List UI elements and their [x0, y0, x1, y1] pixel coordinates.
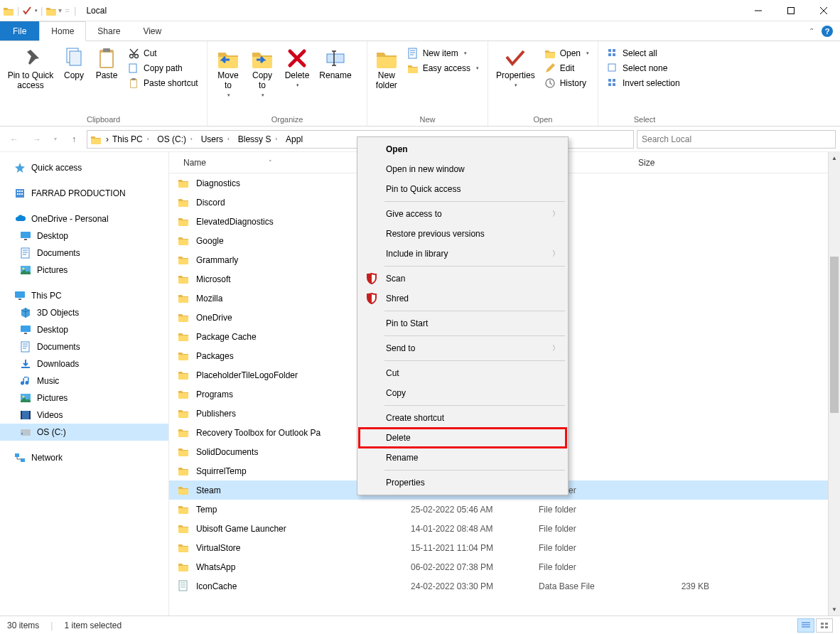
- crumb-appdata[interactable]: Appl: [284, 134, 305, 144]
- nav-network[interactable]: Network: [0, 449, 168, 466]
- menu-item-pin-to-quick-access[interactable]: Pin to Quick access: [359, 179, 566, 199]
- menu-item-properties[interactable]: Properties: [359, 473, 566, 493]
- nav-od-documents[interactable]: Documents: [0, 245, 168, 262]
- paste-button[interactable]: Paste: [91, 44, 122, 81]
- file-tab[interactable]: File: [0, 21, 39, 41]
- select-all-button[interactable]: Select all: [603, 47, 684, 60]
- shield-icon: [366, 273, 377, 284]
- menu-item-label: Open in new window: [386, 164, 465, 174]
- large-icons-view-button[interactable]: [816, 618, 833, 633]
- nav-music[interactable]: Music: [0, 372, 168, 389]
- nav-documents[interactable]: Documents: [0, 338, 168, 355]
- properties-button[interactable]: Properties▾: [492, 44, 539, 88]
- menu-item-label: Restore previous versions: [386, 229, 485, 239]
- menu-item-open[interactable]: Open: [359, 139, 566, 159]
- menu-item-shred[interactable]: Shred: [359, 289, 566, 308]
- select-none-button[interactable]: Select none: [603, 62, 684, 75]
- nav-od-pictures[interactable]: Pictures: [0, 262, 168, 279]
- qat-dropdown[interactable]: ▾: [35, 8, 38, 14]
- col-size[interactable]: Size: [632, 158, 704, 168]
- menu-item-create-shortcut[interactable]: Create shortcut: [359, 408, 566, 428]
- menu-separator: [384, 266, 565, 267]
- nav-od-desktop[interactable]: Desktop: [0, 227, 168, 245]
- search-input[interactable]: Search Local: [637, 130, 836, 149]
- back-button[interactable]: ←: [4, 129, 24, 149]
- move-to-button[interactable]: Move to▾: [212, 44, 244, 98]
- menu-item-open-in-new-window[interactable]: Open in new window: [359, 159, 566, 179]
- help-icon[interactable]: ?: [822, 26, 833, 37]
- scroll-up-icon[interactable]: ▲: [829, 152, 840, 164]
- submenu-arrow-icon: 〉: [552, 209, 559, 219]
- scroll-thumb[interactable]: [830, 257, 839, 413]
- tab-home[interactable]: Home: [39, 21, 86, 41]
- file-row[interactable]: IconCache24-02-2022 03:30 PMData Base Fi…: [169, 576, 840, 596]
- open-button[interactable]: Open▾: [540, 47, 593, 60]
- menu-item-scan[interactable]: Scan: [359, 269, 566, 289]
- history-button[interactable]: History: [540, 77, 593, 90]
- menu-item-give-access-to[interactable]: Give access to〉: [359, 204, 566, 224]
- edit-button[interactable]: Edit: [540, 62, 593, 75]
- forward-button[interactable]: →: [27, 129, 47, 149]
- nav-os-c[interactable]: OS (C:): [0, 424, 168, 441]
- easy-access-button[interactable]: Easy access▾: [403, 62, 483, 75]
- crumb-user[interactable]: Blessy S›: [236, 134, 282, 144]
- nav-videos[interactable]: Videos: [0, 407, 168, 424]
- qat-props-icon[interactable]: [22, 6, 32, 16]
- file-row[interactable]: VirtualStore15-11-2021 11:04 PMFile fold…: [169, 538, 840, 557]
- rename-button[interactable]: Rename: [316, 44, 355, 81]
- copy-path-button[interactable]: Copy path: [124, 62, 203, 75]
- folder-icon: [178, 407, 190, 420]
- close-button[interactable]: [807, 0, 840, 21]
- nav-pictures[interactable]: Pictures: [0, 389, 168, 407]
- recent-locations-button[interactable]: ▾: [50, 129, 61, 149]
- new-item-button[interactable]: New item▾: [403, 47, 483, 60]
- status-bar: 30 items | 1 item selected: [0, 616, 840, 634]
- menu-item-label: Include in library: [386, 249, 448, 259]
- scroll-down-icon[interactable]: ▼: [829, 603, 840, 616]
- crumb-this-pc[interactable]: This PC›: [110, 134, 154, 144]
- file-type: File folder: [539, 505, 645, 515]
- crumb-users[interactable]: Users›: [199, 134, 235, 144]
- up-button[interactable]: ↑: [64, 129, 84, 149]
- copy-to-button[interactable]: Copy to▾: [246, 44, 279, 98]
- invert-selection-button[interactable]: Invert selection: [603, 77, 684, 90]
- nav-this-pc[interactable]: This PC: [0, 287, 168, 304]
- minimize-button[interactable]: [742, 0, 775, 21]
- maximize-button[interactable]: [775, 0, 807, 21]
- new-folder-button[interactable]: New folder: [372, 44, 402, 91]
- scrollbar[interactable]: ▲ ▼: [828, 152, 840, 616]
- menu-item-copy[interactable]: Copy: [359, 383, 566, 403]
- nav-desktop[interactable]: Desktop: [0, 321, 168, 338]
- copy-button[interactable]: Copy: [58, 44, 90, 81]
- crumb-os-c[interactable]: OS (C:)›: [155, 134, 197, 144]
- details-view-button[interactable]: [797, 618, 814, 633]
- delete-button[interactable]: Delete▾: [280, 44, 314, 88]
- nav-downloads[interactable]: Downloads: [0, 355, 168, 372]
- file-name: VirtualStore: [196, 543, 411, 553]
- svg-rect-36: [608, 64, 615, 71]
- menu-item-include-in-library[interactable]: Include in library〉: [359, 244, 566, 264]
- file-row[interactable]: Ubisoft Game Launcher14-01-2022 08:48 AM…: [169, 519, 840, 538]
- nav-farrad[interactable]: FARRAD PRODUCTION: [0, 185, 168, 202]
- svg-rect-34: [129, 64, 136, 72]
- menu-item-cut[interactable]: Cut: [359, 363, 566, 383]
- collapse-ribbon-icon[interactable]: ⌃: [809, 27, 814, 35]
- tab-share[interactable]: Share: [86, 21, 131, 41]
- menu-item-delete[interactable]: Delete: [359, 428, 566, 448]
- menu-item-send-to[interactable]: Send to〉: [359, 338, 566, 358]
- menu-separator: [384, 335, 565, 336]
- menu-item-pin-to-start[interactable]: Pin to Start: [359, 313, 566, 333]
- paste-shortcut-button[interactable]: Paste shortcut: [124, 77, 203, 90]
- titlebar: | ▾ | ▾ = | Local: [0, 0, 840, 21]
- nav-quick-access[interactable]: Quick access: [0, 159, 168, 176]
- menu-item-label: Shred: [386, 294, 409, 303]
- menu-item-rename[interactable]: Rename: [359, 448, 566, 468]
- nav-onedrive[interactable]: OneDrive - Personal: [0, 210, 168, 227]
- pin-to-quick-access-button[interactable]: Pin to Quick access: [4, 44, 57, 91]
- file-row[interactable]: WhatsApp06-02-2022 07:38 PMFile folder: [169, 557, 840, 576]
- menu-item-restore-previous-versions[interactable]: Restore previous versions: [359, 224, 566, 244]
- tab-view[interactable]: View: [131, 21, 173, 41]
- nav-3d-objects[interactable]: 3D Objects: [0, 304, 168, 321]
- cut-button[interactable]: Cut: [124, 47, 203, 60]
- file-row[interactable]: Temp25-02-2022 05:46 AMFile folder: [169, 500, 840, 519]
